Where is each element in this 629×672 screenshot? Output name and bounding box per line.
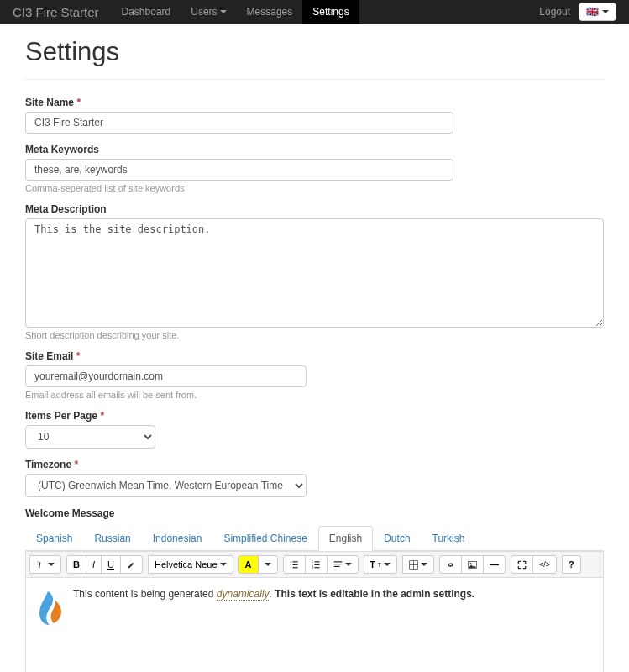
caret-down-icon bbox=[602, 10, 609, 13]
meta-keywords-label: Meta Keywords bbox=[25, 144, 604, 155]
svg-point-0 bbox=[290, 561, 291, 562]
site-email-input[interactable] bbox=[25, 365, 307, 387]
meta-description-label: Meta Description bbox=[25, 203, 604, 215]
codeview-button[interactable]: </> bbox=[532, 555, 557, 574]
svg-rect-14 bbox=[333, 565, 339, 566]
nav-dashboard[interactable]: Dashboard bbox=[112, 0, 181, 24]
tab-english[interactable]: English bbox=[318, 526, 373, 551]
flame-logo-icon bbox=[36, 588, 66, 628]
underline-button[interactable]: U bbox=[101, 555, 121, 574]
caret-down-icon bbox=[220, 10, 227, 13]
bold-button[interactable]: B bbox=[66, 555, 86, 574]
welcome-message-label: Welcome Message bbox=[25, 507, 604, 519]
tab-dutch[interactable]: Dutch bbox=[373, 526, 421, 551]
fullscreen-button[interactable] bbox=[511, 555, 533, 574]
editor-content[interactable]: This content is being generated dynamica… bbox=[26, 578, 603, 672]
page-title: Settings bbox=[25, 37, 604, 67]
font-color-button[interactable]: A bbox=[238, 555, 259, 574]
style-dropdown[interactable] bbox=[29, 555, 61, 574]
meta-keywords-help: Comma-seperated list of site keywords bbox=[25, 183, 604, 193]
tab-russian[interactable]: Russian bbox=[83, 526, 141, 551]
meta-description-textarea[interactable] bbox=[25, 218, 604, 328]
link-button[interactable] bbox=[439, 555, 462, 574]
meta-keywords-input[interactable] bbox=[25, 159, 453, 181]
tab-spanish[interactable]: Spanish bbox=[25, 526, 83, 551]
site-email-label: Site Email * bbox=[25, 350, 604, 362]
picture-button[interactable] bbox=[461, 555, 484, 574]
editor-toolbar: B I U Helvetica Neue A 123 bbox=[26, 552, 603, 578]
tab-simplified-chinese[interactable]: Simplified Chinese bbox=[212, 526, 317, 551]
svg-point-4 bbox=[290, 567, 291, 568]
paragraph-dropdown[interactable] bbox=[327, 555, 359, 574]
svg-rect-1 bbox=[292, 561, 297, 562]
font-family-dropdown[interactable]: Helvetica Neue bbox=[148, 555, 233, 574]
site-email-help: Email address all emails will be sent fr… bbox=[25, 390, 604, 400]
ordered-list-button[interactable]: 123 bbox=[305, 555, 328, 574]
nav-messages[interactable]: Messages bbox=[237, 0, 303, 24]
italic-button[interactable]: I bbox=[86, 555, 102, 574]
hr-button[interactable]: — bbox=[483, 555, 506, 574]
svg-rect-3 bbox=[292, 564, 297, 564]
language-dropdown[interactable]: 🇬🇧 bbox=[579, 3, 616, 21]
meta-description-help: Short description describing your site. bbox=[25, 330, 604, 340]
items-per-page-label: Items Per Page * bbox=[25, 410, 604, 422]
site-name-label: Site Name * bbox=[25, 97, 604, 108]
more-color-dropdown[interactable] bbox=[258, 555, 278, 574]
svg-text:3: 3 bbox=[312, 566, 313, 570]
clear-format-button[interactable] bbox=[120, 555, 143, 574]
svg-rect-9 bbox=[314, 564, 319, 564]
svg-rect-11 bbox=[314, 567, 319, 568]
navbar-brand[interactable]: CI3 Fire Starter bbox=[13, 5, 112, 19]
tab-turkish[interactable]: Turkish bbox=[422, 526, 476, 551]
table-dropdown[interactable] bbox=[402, 555, 434, 574]
flag-icon: 🇬🇧 bbox=[586, 6, 599, 18]
timezone-select[interactable]: (UTC) Greenwich Mean Time, Western Europ… bbox=[25, 474, 307, 497]
svg-rect-13 bbox=[333, 564, 342, 564]
nav-users[interactable]: Users bbox=[181, 0, 236, 24]
nav-settings[interactable]: Settings bbox=[302, 0, 359, 24]
help-button[interactable]: ? bbox=[562, 555, 581, 574]
svg-rect-12 bbox=[333, 561, 342, 562]
svg-point-19 bbox=[469, 563, 471, 564]
svg-point-2 bbox=[290, 564, 291, 564]
unordered-list-button[interactable] bbox=[283, 555, 306, 574]
svg-rect-5 bbox=[292, 567, 297, 568]
svg-rect-7 bbox=[314, 561, 319, 562]
timezone-label: Timezone * bbox=[25, 459, 604, 470]
logout-link[interactable]: Logout bbox=[539, 6, 570, 18]
items-per-page-select[interactable]: 10 bbox=[25, 425, 155, 449]
site-name-input[interactable] bbox=[25, 112, 453, 134]
line-height-dropdown[interactable]: TT bbox=[364, 555, 397, 574]
tab-indonesian[interactable]: Indonesian bbox=[142, 526, 213, 551]
